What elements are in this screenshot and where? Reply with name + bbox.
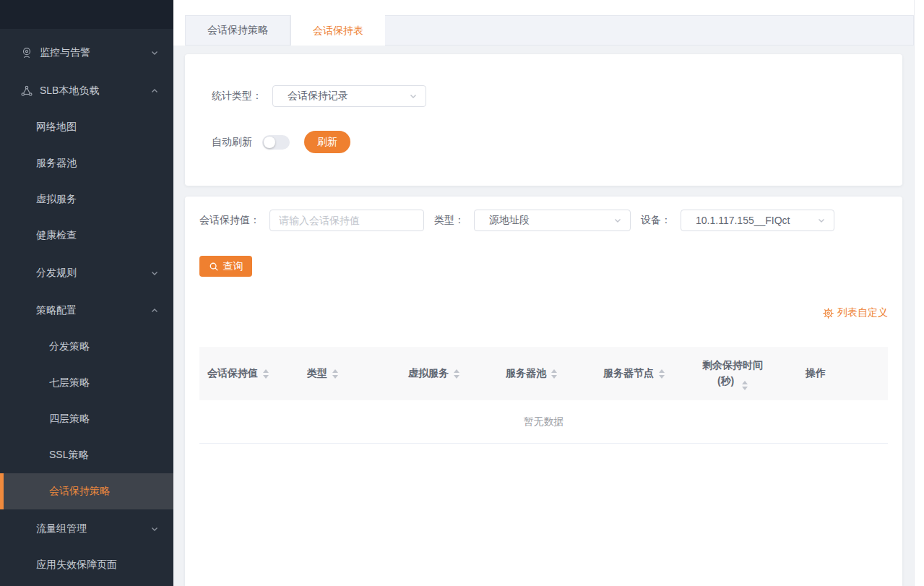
chevron-down-icon bbox=[150, 525, 159, 533]
chevron-down-icon bbox=[816, 215, 826, 225]
sort-icon[interactable] bbox=[742, 381, 748, 390]
chevron-down-icon bbox=[150, 269, 159, 277]
device-value: 10.1.117.155__FIQct bbox=[696, 215, 816, 226]
sort-icon[interactable] bbox=[332, 369, 338, 379]
chevron-down-icon bbox=[408, 91, 418, 101]
auto-refresh-row: 自动刷新 刷新 bbox=[212, 131, 902, 153]
sidebar-item-l7-policy[interactable]: 七层策略 bbox=[0, 365, 173, 401]
tab-bar: 会话保持策略 会话保持表 bbox=[185, 15, 914, 46]
sort-icon[interactable] bbox=[551, 369, 557, 379]
sidebar-item-label: SSL策略 bbox=[49, 449, 88, 462]
persistence-value-input[interactable] bbox=[269, 210, 424, 231]
list-customize-label: 列表自定义 bbox=[837, 306, 888, 319]
col-header-virtual-service[interactable]: 虚拟服务 bbox=[400, 367, 498, 380]
refresh-button[interactable]: 刷新 bbox=[304, 131, 350, 153]
col-header-actions: 操作 bbox=[780, 367, 888, 380]
column-label: 操作 bbox=[806, 367, 826, 380]
query-button[interactable]: 查询 bbox=[199, 256, 252, 277]
sidebar-item-label: 会话保持策略 bbox=[49, 485, 110, 498]
column-label: 类型 bbox=[307, 367, 327, 380]
column-label: 剩余保持时间 bbox=[686, 357, 780, 373]
session-table: 会话保持值 类型 虚拟服务 服务器池 bbox=[199, 347, 888, 444]
type-value: 源地址段 bbox=[489, 214, 613, 227]
gear-icon bbox=[823, 308, 834, 319]
column-label: 虚拟服务 bbox=[408, 367, 449, 380]
sidebar-item-traffic-group[interactable]: 流量组管理 bbox=[0, 511, 173, 547]
list-customize-link[interactable]: 列表自定义 bbox=[823, 306, 888, 319]
col-header-type[interactable]: 类型 bbox=[299, 367, 400, 380]
sidebar-item-slb-local[interactable]: SLB本地负载 bbox=[0, 73, 173, 109]
sidebar-item-label: SLB本地负载 bbox=[40, 85, 99, 98]
sidebar-item-policy-config[interactable]: 策略配置 bbox=[0, 293, 173, 329]
device-select[interactable]: 10.1.117.155__FIQct bbox=[681, 210, 834, 231]
query-button-label: 查询 bbox=[223, 260, 243, 273]
sidebar-logo-area bbox=[0, 0, 173, 29]
sidebar-item-label: 流量组管理 bbox=[36, 522, 87, 535]
col-header-remaining-time[interactable]: 剩余保持时间 (秒) bbox=[686, 357, 780, 390]
sidebar-item-virtual-service[interactable]: 虚拟服务 bbox=[0, 181, 173, 217]
tab-session-persistence-policy[interactable]: 会话保持策略 bbox=[186, 16, 290, 45]
sidebar-item-label: 策略配置 bbox=[36, 304, 77, 317]
sidebar-item-distribution-policy[interactable]: 分发策略 bbox=[0, 329, 173, 365]
auto-refresh-toggle[interactable] bbox=[262, 135, 290, 150]
sidebar-item-ssl-policy[interactable]: SSL策略 bbox=[0, 437, 173, 473]
auto-refresh-label: 自动刷新 bbox=[212, 136, 252, 149]
sidebar-item-monitoring[interactable]: 监控与告警 bbox=[0, 35, 173, 71]
content-area: 统计类型： 会话保持记录 自动刷新 刷新 bbox=[173, 46, 914, 586]
monitor-camera-icon bbox=[20, 46, 33, 59]
type-select[interactable]: 源地址段 bbox=[474, 210, 631, 231]
column-label: 服务器池 bbox=[506, 367, 546, 380]
sidebar-item-label: 网络地图 bbox=[36, 121, 77, 134]
sidebar-nav: 监控与告警 SLB本地负载 网络地图 bbox=[0, 29, 173, 583]
chevron-down-icon bbox=[613, 215, 623, 225]
stat-type-select[interactable]: 会话保持记录 bbox=[272, 85, 426, 107]
network-nodes-icon bbox=[20, 85, 33, 98]
stat-type-row: 统计类型： 会话保持记录 bbox=[212, 85, 902, 107]
app-window: 监控与告警 SLB本地负载 网络地图 bbox=[0, 0, 924, 586]
sidebar-item-label: 分发策略 bbox=[49, 340, 90, 353]
table-header-row: 会话保持值 类型 虚拟服务 服务器池 bbox=[199, 347, 888, 400]
type-label: 类型： bbox=[434, 214, 465, 227]
sidebar-item-server-pool[interactable]: 服务器池 bbox=[0, 145, 173, 181]
sidebar-item-network-map[interactable]: 网络地图 bbox=[0, 109, 173, 145]
chevron-down-icon bbox=[150, 48, 159, 57]
col-header-server-node[interactable]: 服务器节点 bbox=[595, 367, 686, 380]
col-header-persistence-value[interactable]: 会话保持值 bbox=[199, 367, 299, 380]
tab-session-persistence-table[interactable]: 会话保持表 bbox=[290, 15, 385, 47]
sidebar-item-label: 服务器池 bbox=[36, 157, 77, 170]
col-header-server-pool[interactable]: 服务器池 bbox=[498, 367, 595, 380]
sidebar-item-label: 健康检查 bbox=[36, 229, 77, 242]
filter-row: 会话保持值： 类型： 源地址段 设备： 10.1.117.155__FIQct bbox=[199, 210, 888, 231]
toggle-knob bbox=[264, 137, 275, 148]
sidebar-item-label: 应用失效保障页面 bbox=[36, 559, 117, 572]
sidebar-item-label: 分发规则 bbox=[36, 267, 77, 280]
sidebar-item-label: 四层策略 bbox=[49, 413, 90, 426]
stat-type-label: 统计类型： bbox=[212, 90, 262, 103]
tab-label: 会话保持策略 bbox=[207, 24, 268, 37]
search-icon bbox=[209, 262, 219, 272]
sidebar-item-label: 监控与告警 bbox=[40, 46, 90, 59]
column-label: 服务器节点 bbox=[603, 367, 654, 380]
sidebar: 监控与告警 SLB本地负载 网络地图 bbox=[0, 0, 173, 586]
column-label-line2: (秒) bbox=[686, 373, 780, 390]
table-panel: 会话保持值： 类型： 源地址段 设备： 10.1.117.155__FIQct bbox=[185, 197, 902, 586]
sort-icon[interactable] bbox=[454, 369, 459, 379]
empty-text: 暂无数据 bbox=[524, 415, 564, 428]
main-area: 会话保持策略 会话保持表 统计类型： 会话保持记录 bbox=[173, 0, 924, 586]
vertical-scrollbar[interactable] bbox=[914, 0, 924, 586]
chevron-up-icon bbox=[150, 87, 159, 95]
sidebar-item-label: 虚拟服务 bbox=[36, 193, 77, 206]
sidebar-item-app-failure-page[interactable]: 应用失效保障页面 bbox=[0, 547, 173, 583]
sort-icon[interactable] bbox=[659, 369, 665, 379]
sidebar-item-health-check[interactable]: 健康检查 bbox=[0, 217, 173, 254]
sort-icon[interactable] bbox=[263, 369, 269, 379]
sidebar-item-l4-policy[interactable]: 四层策略 bbox=[0, 401, 173, 437]
sidebar-item-session-persistence-policy[interactable]: 会话保持策略 bbox=[0, 473, 173, 509]
sidebar-item-label: 七层策略 bbox=[49, 376, 90, 389]
chevron-up-icon bbox=[150, 306, 159, 315]
persistence-value-label: 会话保持值： bbox=[199, 214, 260, 227]
stat-type-value: 会话保持记录 bbox=[288, 90, 408, 103]
sidebar-item-distribution-rules[interactable]: 分发规则 bbox=[0, 255, 173, 291]
column-label: 会话保持值 bbox=[207, 367, 258, 380]
device-label: 设备： bbox=[641, 214, 671, 227]
